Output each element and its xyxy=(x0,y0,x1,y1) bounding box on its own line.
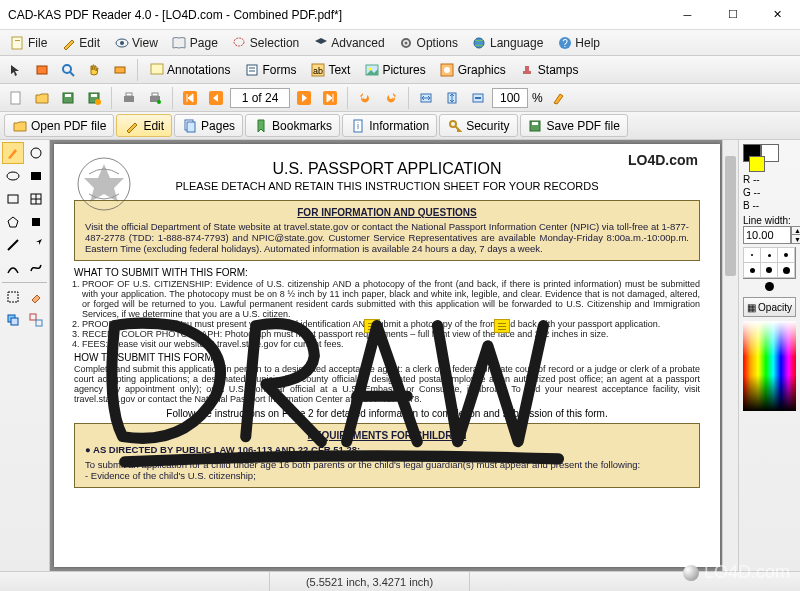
tool-select[interactable] xyxy=(2,286,24,308)
tool-bezier[interactable] xyxy=(25,257,47,279)
text-group[interactable]: abText xyxy=(304,60,356,79)
tab-edit[interactable]: Edit xyxy=(116,114,172,137)
color-picker[interactable] xyxy=(743,321,796,411)
tab-open-pdf[interactable]: Open PDF file xyxy=(4,114,114,137)
tool-rect[interactable] xyxy=(2,188,24,210)
tool-copy[interactable] xyxy=(2,309,24,331)
minimize-button[interactable]: ─ xyxy=(665,0,710,30)
doc-req-1: PROOF OF U.S. CITIZENSHIP: Evidence of U… xyxy=(82,279,700,319)
tool-filled-rect[interactable] xyxy=(25,165,47,187)
menu-options[interactable]: Options xyxy=(393,33,464,52)
dot-3[interactable] xyxy=(777,247,795,263)
print-button[interactable] xyxy=(117,86,141,110)
undo-button[interactable] xyxy=(353,86,377,110)
tab-pages-label: Pages xyxy=(201,119,235,133)
footer-brand: LO4D.com xyxy=(683,562,790,583)
highlighter-button[interactable] xyxy=(547,86,571,110)
forms-group[interactable]: Forms xyxy=(238,60,302,79)
first-page-button[interactable] xyxy=(178,86,202,110)
hand-tool[interactable] xyxy=(82,58,106,82)
redo-button[interactable] xyxy=(379,86,403,110)
menu-edit-label: Edit xyxy=(79,36,100,50)
tool-filled-square[interactable] xyxy=(25,211,47,233)
graphics-group[interactable]: Graphics xyxy=(434,60,512,79)
spinner-down[interactable]: ▼ xyxy=(792,235,800,243)
sticky-note-2[interactable] xyxy=(494,319,510,333)
last-page-button[interactable] xyxy=(318,86,342,110)
menu-view[interactable]: View xyxy=(108,33,164,52)
tool-grid[interactable] xyxy=(25,188,47,210)
tool-eraser[interactable] xyxy=(25,286,47,308)
key-icon xyxy=(447,118,462,133)
annotations-group[interactable]: Annotations xyxy=(143,60,236,79)
snapshot-tool[interactable] xyxy=(30,58,54,82)
tool-curve[interactable] xyxy=(2,257,24,279)
text-select-tool[interactable] xyxy=(108,58,132,82)
pictures-group[interactable]: Pictures xyxy=(358,60,431,79)
fit-width-button[interactable] xyxy=(414,86,438,110)
tool-line[interactable] xyxy=(2,234,24,256)
next-page-button[interactable] xyxy=(292,86,316,110)
svg-rect-0 xyxy=(12,37,22,49)
tab-bookmarks[interactable]: Bookmarks xyxy=(245,114,340,137)
menu-help[interactable]: ?Help xyxy=(551,33,606,52)
tool-circle[interactable] xyxy=(25,142,47,164)
menu-advanced[interactable]: Advanced xyxy=(307,33,390,52)
close-button[interactable]: ✕ xyxy=(755,0,800,30)
line-width-input[interactable] xyxy=(743,226,791,244)
svg-line-12 xyxy=(70,72,74,76)
menu-language[interactable]: Language xyxy=(466,33,549,52)
page-input[interactable] xyxy=(230,88,290,108)
opacity-button[interactable]: ▦Opacity xyxy=(743,297,796,317)
zoom-input[interactable] xyxy=(492,88,528,108)
tab-save-pdf[interactable]: Save PDF file xyxy=(520,114,628,137)
tool-polygon[interactable] xyxy=(2,211,24,233)
dot-2[interactable] xyxy=(760,247,778,263)
dot-5[interactable] xyxy=(760,262,778,278)
menu-page[interactable]: Page xyxy=(166,33,224,52)
zoom-out-button[interactable] xyxy=(466,86,490,110)
file-icon xyxy=(10,35,25,50)
tool-brush[interactable] xyxy=(2,142,24,164)
menu-selection[interactable]: Selection xyxy=(226,33,305,52)
save-as-button[interactable] xyxy=(82,86,106,110)
dot-4[interactable] xyxy=(743,262,761,278)
stamps-group[interactable]: Stamps xyxy=(514,60,585,79)
document-viewport[interactable]: LO4D.com U.S. PASSPORT APPLICATION PLEAS… xyxy=(50,140,738,571)
tab-edit-label: Edit xyxy=(143,119,164,133)
sticky-note-1[interactable] xyxy=(364,319,380,333)
swatch-yellow[interactable] xyxy=(749,156,765,172)
prev-page-button[interactable] xyxy=(204,86,228,110)
save-button[interactable] xyxy=(56,86,80,110)
dot-6[interactable] xyxy=(777,262,795,278)
status-left xyxy=(0,572,270,591)
open-button[interactable] xyxy=(30,86,54,110)
print-all-button[interactable] xyxy=(143,86,167,110)
maximize-button[interactable]: ☐ xyxy=(710,0,755,30)
doc-what-title: WHAT TO SUBMIT WITH THIS FORM: xyxy=(74,267,700,278)
status-bar: (5.5521 inch, 3.4271 inch) xyxy=(0,571,800,591)
menu-view-label: View xyxy=(132,36,158,50)
scrollbar-thumb[interactable] xyxy=(725,156,736,276)
tab-information[interactable]: iInformation xyxy=(342,114,437,137)
vertical-scrollbar[interactable] xyxy=(722,140,738,571)
doc-req-3: RECENT COLOR PHOTOGRAPH: Photograph must… xyxy=(82,329,700,339)
current-dot-preview xyxy=(743,282,796,293)
svg-rect-64 xyxy=(11,318,18,325)
menu-edit[interactable]: Edit xyxy=(55,33,106,52)
fit-page-button[interactable] xyxy=(440,86,464,110)
tool-arrow[interactable] xyxy=(25,234,47,256)
spinner-up[interactable]: ▲ xyxy=(792,227,800,235)
tab-security[interactable]: Security xyxy=(439,114,517,137)
tool-group[interactable] xyxy=(25,309,47,331)
new-button[interactable] xyxy=(4,86,28,110)
dot-1[interactable] xyxy=(743,247,761,263)
menu-file[interactable]: File xyxy=(4,33,53,52)
tool-ellipse[interactable] xyxy=(2,165,24,187)
tab-pages[interactable]: Pages xyxy=(174,114,243,137)
zoom-tool[interactable] xyxy=(56,58,80,82)
b-label: B -- xyxy=(743,200,796,211)
menu-language-label: Language xyxy=(490,36,543,50)
doc-how-body: Complete and submit this application in … xyxy=(74,364,700,404)
cursor-tool[interactable] xyxy=(4,58,28,82)
